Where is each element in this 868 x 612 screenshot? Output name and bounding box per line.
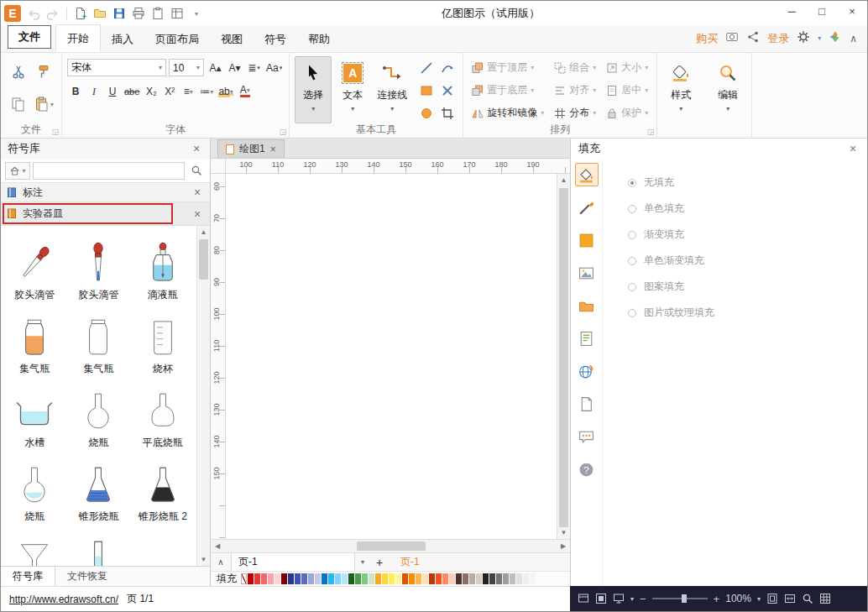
library-symbol-13[interactable] — [66, 523, 130, 566]
color-swatch[interactable] — [328, 573, 334, 584]
form-icon[interactable] — [169, 5, 186, 22]
image-tool-icon[interactable] — [575, 261, 599, 285]
share-icon[interactable] — [746, 30, 760, 46]
library-symbol-12[interactable] — [3, 523, 66, 566]
arc-tool-icon[interactable] — [441, 61, 454, 75]
ribbon-tab-0[interactable]: 文件 — [8, 25, 51, 49]
color-swatch[interactable] — [355, 573, 361, 584]
dialog-launcher-icon[interactable]: ◲ — [647, 128, 655, 136]
clipboard-icon[interactable] — [149, 5, 166, 22]
skin-palette-icon[interactable] — [829, 30, 842, 46]
scrollbar-thumb[interactable] — [559, 188, 568, 527]
close-icon[interactable]: × — [190, 143, 203, 154]
page-setup-tool-icon[interactable] — [575, 392, 599, 416]
color-swatch[interactable] — [510, 573, 515, 584]
close-icon[interactable]: × — [270, 144, 276, 155]
arrange-item-1[interactable]: 置于底层▾ — [468, 79, 547, 102]
color-swatch[interactable] — [516, 573, 522, 584]
settings-caret-icon[interactable]: ▾ — [818, 34, 821, 42]
zoom-slider[interactable] — [652, 598, 708, 599]
close-button[interactable]: × — [837, 1, 867, 21]
crop-tool-icon[interactable] — [441, 107, 454, 120]
text-highlight-button[interactable]: ab▾ — [217, 83, 234, 100]
color-swatch[interactable] — [436, 573, 442, 584]
library-symbol-7[interactable]: 烧瓶 — [66, 375, 130, 449]
fill-option-2[interactable]: 渐变填充 — [628, 228, 867, 242]
page-tab[interactable]: 页-1 — [231, 553, 355, 571]
color-swatch[interactable] — [442, 573, 448, 584]
scrollbar-thumb[interactable] — [357, 541, 426, 551]
ellipse-tool-icon[interactable] — [420, 107, 433, 120]
color-swatch[interactable] — [248, 573, 254, 584]
scroll-left-icon[interactable]: ◀ — [211, 540, 224, 552]
buy-link[interactable]: 购买 — [696, 31, 718, 46]
italic-button[interactable]: I — [86, 83, 102, 100]
scrollbar-track[interactable] — [224, 540, 557, 552]
color-swatch[interactable] — [315, 573, 321, 584]
tab-symbol-library[interactable]: 符号库 — [1, 567, 55, 586]
fit-page-icon[interactable] — [766, 593, 778, 604]
layer-tool-icon[interactable] — [575, 294, 599, 317]
ribbon-tab-5[interactable]: 符号 — [254, 26, 297, 52]
color-swatch[interactable] — [483, 573, 489, 584]
arrange-item-7[interactable]: 居中▾ — [603, 79, 651, 102]
color-swatch[interactable] — [416, 573, 421, 584]
color-swatch[interactable] — [496, 573, 502, 584]
scroll-up-icon[interactable]: ▲ — [201, 228, 207, 236]
print-icon[interactable] — [130, 5, 147, 22]
color-swatch[interactable] — [301, 573, 307, 584]
ribbon-tab-6[interactable]: 帮助 — [297, 26, 341, 52]
view-caret-icon[interactable]: ▾ — [630, 595, 634, 603]
underline-button[interactable]: U — [104, 83, 121, 100]
color-swatch[interactable] — [268, 573, 274, 584]
scrollbar-track[interactable]: ▼ — [557, 186, 570, 539]
color-swatch[interactable] — [375, 573, 381, 584]
color-swatch[interactable] — [389, 573, 395, 584]
color-swatch[interactable] — [342, 573, 348, 584]
color-swatch[interactable] — [254, 573, 260, 584]
color-swatch[interactable] — [261, 573, 267, 584]
font-name-combobox[interactable]: 宋体 ▾ — [67, 59, 166, 76]
add-page-button[interactable]: + — [370, 556, 389, 569]
color-swatch[interactable] — [395, 573, 401, 584]
library-symbol-1[interactable]: 胶头滴管 — [66, 228, 130, 301]
horizontal-scrollbar[interactable]: ◀ ▶ — [211, 539, 570, 552]
cut-icon[interactable] — [10, 64, 27, 81]
open-file-icon[interactable] — [92, 5, 108, 22]
scroll-right-icon[interactable]: ▶ — [557, 540, 570, 552]
hyperlink-tool-icon[interactable] — [575, 359, 599, 383]
library-symbol-5[interactable]: 烧杯 — [131, 301, 195, 375]
page-list-dropdown-icon[interactable]: ▾ — [355, 558, 370, 566]
library-home-button[interactable]: ▾ — [5, 162, 30, 180]
font-size-combobox[interactable]: 10 ▾ — [169, 59, 204, 76]
ribbon-tab-1[interactable]: 开始 — [55, 24, 101, 52]
tab-file-recovery[interactable]: 文件恢复 — [55, 567, 119, 586]
increase-font-button[interactable]: A▴ — [207, 59, 224, 76]
scroll-down-icon[interactable]: ▼ — [201, 556, 207, 563]
customize-qat-icon[interactable]: ▾ — [188, 5, 205, 22]
color-swatch[interactable] — [281, 573, 287, 584]
color-swatch[interactable] — [369, 573, 374, 584]
search-icon[interactable] — [187, 165, 206, 176]
color-swatch[interactable] — [335, 573, 341, 584]
delete-tool-icon[interactable] — [441, 84, 454, 97]
view-normal-icon[interactable] — [578, 593, 589, 604]
color-swatch[interactable] — [295, 573, 301, 584]
minimize-button[interactable]: ─ — [776, 1, 807, 21]
ribbon-tab-2[interactable]: 插入 — [101, 26, 144, 52]
fill-option-1[interactable]: 单色填充 — [628, 201, 867, 216]
library-symbol-3[interactable]: 集气瓶 — [3, 301, 66, 375]
arrange-item-4[interactable]: 对齐▾ — [551, 79, 599, 102]
view-page-icon[interactable] — [595, 593, 607, 604]
library-symbol-0[interactable]: 胶头滴管 — [3, 228, 66, 301]
zoom-in-button[interactable]: + — [714, 593, 720, 605]
color-swatch[interactable] — [503, 573, 509, 584]
document-tab[interactable]: 绘图1 × — [217, 139, 285, 158]
subscript-button[interactable]: X₂ — [143, 83, 159, 100]
show-grid-icon[interactable] — [819, 593, 831, 604]
line-style-tool-icon[interactable] — [575, 196, 599, 219]
ribbon-tab-4[interactable]: 视图 — [210, 26, 254, 52]
expand-pages-icon[interactable]: ∧ — [211, 557, 231, 567]
comment-tool-icon[interactable] — [575, 425, 599, 448]
color-swatch[interactable] — [456, 573, 462, 584]
